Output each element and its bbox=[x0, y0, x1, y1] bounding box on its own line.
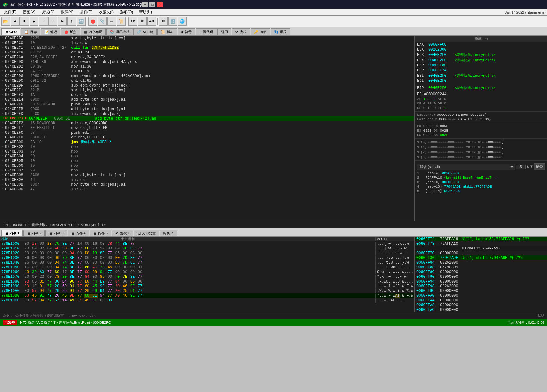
disasm-line[interactable]: • 0040E2DF 2B19 sub ebx,dword ptr ds:[ec… bbox=[0, 83, 414, 88]
disasm-line[interactable]: • 0040E305 90 nop bbox=[0, 159, 414, 163]
disasm-line[interactable]: • 0040E2D4 E4 19 in al,19 bbox=[0, 69, 414, 74]
tb-mem[interactable]: 🖥 bbox=[159, 17, 168, 26]
stack-comment-row[interactable]: 0060FF78 75AFFA10 bbox=[415, 241, 547, 246]
disasm-line-jmp[interactable]: ↓ 0040E300 EB 10 jmp 新年快乐.40E312 bbox=[0, 140, 414, 144]
disasm-line[interactable]: • 0040E2E6 68 553C2400 push 243C55 bbox=[0, 102, 414, 107]
tb-script[interactable]: 📜 bbox=[117, 17, 126, 26]
menu-file[interactable]: 文件(F) bbox=[1, 8, 19, 16]
hex-row[interactable]: 778E1090 901E9177 20699177 60459E77 2046… bbox=[0, 284, 414, 288]
tb-patch[interactable]: ✏️ bbox=[107, 17, 116, 26]
mem-tab-watch[interactable]: 👁 监视 1 bbox=[112, 230, 133, 236]
down-arrow[interactable]: ▼ bbox=[530, 165, 533, 169]
disasm-line[interactable]: • 0040E2F7 BE EB3FFFFF mov esi,FFFF3FEB bbox=[0, 126, 414, 130]
disasm-line[interactable]: • 0040E304 90 nop bbox=[0, 154, 414, 159]
disasm-line[interactable]: • 0040E302 90 nop bbox=[0, 144, 414, 149]
stack-comment-row[interactable]: 0060FFA4 00000000 bbox=[415, 298, 547, 303]
stack-comment-row[interactable]: 0060FF90 00000000 bbox=[415, 274, 547, 279]
menu-plugins[interactable]: 插件(P) bbox=[77, 8, 95, 16]
mem-tab-2[interactable]: 🖥 内存 2 bbox=[23, 230, 45, 236]
menu-trace[interactable]: 跟踪(N) bbox=[58, 8, 76, 16]
tb-font[interactable]: Aa bbox=[147, 17, 156, 26]
hex-row[interactable]: 778E10A0 00579477 20259177 20699177 2025… bbox=[0, 288, 414, 293]
hex-row[interactable]: 778E1020 00000000 08000A00 D8738E77 0600… bbox=[0, 251, 414, 255]
tb-calc[interactable]: 🔢 bbox=[168, 17, 177, 26]
tab-script[interactable]: 📜 脚本 bbox=[157, 28, 177, 35]
maximize-button[interactable]: □ bbox=[149, 2, 155, 7]
mem-tab-5[interactable]: 🖥 内存 5 bbox=[90, 230, 111, 236]
tab-trace[interactable]: 👣 跟踪 bbox=[271, 28, 290, 35]
minimize-button[interactable]: ─ bbox=[142, 2, 148, 7]
tb-ref[interactable]: 📎 bbox=[98, 17, 107, 26]
disasm-line[interactable]: • 0040E2EB 0000 add byte ptr ds:[eax],al bbox=[0, 107, 414, 111]
hex-row[interactable]: 778E10C0 00579477 571441F1 A5FF008D ...w… bbox=[0, 298, 414, 303]
disasm-line[interactable]: • 0040E308 8A06 mov al,byte ptr ds:[esi] bbox=[0, 173, 414, 177]
tb-bp[interactable]: ⬤ bbox=[88, 17, 97, 26]
tb-stepover[interactable]: ↪ bbox=[58, 17, 67, 26]
stack-comment-row[interactable]: 0060FFA8 00000000 bbox=[415, 303, 547, 307]
disasm-line[interactable]: • 0040E2ED FF00 inc dword ptr ds:[eax] bbox=[0, 111, 414, 116]
tab-breakpoints[interactable]: ⬤ 断点 bbox=[61, 28, 80, 35]
disasm-line-call[interactable]: • 0040E2C1 9A EE1DF20A F427 call far 27F… bbox=[0, 45, 414, 50]
tb-back[interactable]: ↩ bbox=[11, 17, 20, 26]
stack-comment-row[interactable]: 0060FF88 0779C8D9 bbox=[415, 265, 547, 270]
tb-open[interactable]: 📂 bbox=[1, 17, 10, 26]
disasm-line[interactable]: • 0040E306 90 nop bbox=[0, 163, 414, 168]
disasm-line[interactable]: • 0040E2D6 3980 273535B9 cmp dword ptr d… bbox=[0, 74, 414, 78]
disasm-line[interactable]: • 0040E303 90 nop bbox=[0, 149, 414, 154]
disasm-line[interactable]: • 0040E2F2 15 D040008D adc eax,8D0040D0 bbox=[0, 121, 414, 126]
disasm-line[interactable]: • 0040E2D0 314F B6 xor dword ptr ds:[edi… bbox=[0, 59, 414, 64]
hex-row[interactable]: 778E1000 001800 287C8E77 14001600 78748E… bbox=[0, 241, 414, 246]
disasm-line[interactable]: • 0040E2C0 40 inc eax bbox=[0, 41, 414, 45]
hex-pane[interactable]: 地址 十六进制 ASCII 778E1000 001800 287C8E77 1… bbox=[0, 237, 415, 312]
mem-tab-1[interactable]: 🖥 内存 1 bbox=[1, 230, 23, 236]
disasm-line-eip[interactable]: EIP ECX EDX E 0040E2EF 0060 BE add byte … bbox=[0, 116, 414, 121]
disasm-line[interactable]: • 0040E2D2 B0 30 mov al,30 bbox=[0, 64, 414, 69]
disasm-line[interactable]: • 0040E2FD 83CD FF or ebp,FFFFFFFF bbox=[0, 135, 414, 140]
hex-row[interactable]: 778E10B0 B0459E77 20469E77 C0CE9477 A046… bbox=[0, 293, 414, 298]
disasm-line[interactable]: • 0040E30B 8807 mov byte ptr ds:[edi],al bbox=[0, 182, 414, 187]
stack-comment-row[interactable]: 0060FFAC 00000000 bbox=[415, 307, 547, 312]
mem-tab-4[interactable]: 🖥 内存 4 bbox=[68, 230, 89, 236]
tb-stop[interactable]: ■ bbox=[20, 17, 29, 26]
hex-row[interactable]: 778E1080 9B06B177 30B49077 E044E977 8400… bbox=[0, 279, 414, 284]
disasm-line[interactable]: • 0040E2CA E28,341D8CF2 or eax,341D8CF2 bbox=[0, 55, 414, 59]
tab-source[interactable]: ⟨⟩ 源代码 bbox=[196, 28, 217, 35]
mem-tab-locals[interactable]: |x| 局部变量 bbox=[134, 230, 159, 236]
mem-tab-3[interactable]: 🖥 内存 3 bbox=[45, 230, 67, 236]
mem-tab-struct[interactable]: 结构体 bbox=[160, 230, 177, 236]
hex-row[interactable]: 778E1060 4339A077 60178E77 90D89477 0000… bbox=[0, 270, 414, 274]
stack-comment-row[interactable]: 0060FF8C 00000000 bbox=[415, 270, 547, 274]
call-num-input[interactable] bbox=[516, 165, 526, 169]
tb-stepout[interactable]: ↑ bbox=[67, 17, 76, 26]
stack-comment-row[interactable]: 0060FF7C 00000000 bbox=[415, 251, 547, 255]
tb-run[interactable]: ▶ bbox=[30, 17, 38, 26]
tb-stepinto[interactable]: ↓ bbox=[48, 17, 57, 26]
tb-web[interactable]: 🌐 bbox=[178, 17, 187, 26]
stack-comment-row[interactable]: 0060FF74 75AFFA29 返回到 kernel32.75AFFA29 … bbox=[415, 237, 547, 241]
stack-comment-row[interactable]: 0060FFA0 00000000 bbox=[415, 293, 547, 298]
hex-row[interactable]: 778E1040 06000800 D4748E77 06000000 E87D… bbox=[0, 260, 414, 265]
tab-log[interactable]: 📋 日志 bbox=[21, 28, 40, 35]
menu-favorites[interactable]: 收藏夹(I) bbox=[96, 8, 116, 16]
cmd-input[interactable] bbox=[15, 314, 535, 318]
disasm-line[interactable]: • 0040E2DC C0F1 62 shl cl,62 bbox=[0, 78, 414, 83]
disasm-line[interactable]: • 0040E2E3 4A dec edx bbox=[0, 92, 414, 97]
tb-pause[interactable]: ⏸ bbox=[39, 17, 48, 26]
disasm-line[interactable]: • 0040E2E4 0000 add byte ptr ds:[eax],al bbox=[0, 97, 414, 102]
close-button[interactable]: ✕ bbox=[157, 2, 163, 7]
tb-restart[interactable]: 🔄 bbox=[77, 17, 86, 26]
hex-row[interactable]: 778E1070 20002200 78808E77 84008600 F07E… bbox=[0, 274, 414, 279]
hex-row[interactable]: 778E1030 06000800 D07D8E77 06000800 E07D… bbox=[0, 255, 414, 260]
tab-symbols[interactable]: ◈ 符号 bbox=[178, 28, 195, 35]
tab-notes[interactable]: 📝 笔记 bbox=[41, 28, 60, 35]
tab-seh[interactable]: 🔗 SEH链 bbox=[133, 28, 157, 35]
hex-row[interactable]: 778E1050 1C001E00 D4748E77 6B4C7345 0000… bbox=[0, 265, 414, 270]
hex-row[interactable]: 778E1010 00000200 FC5D8E77 0E001000 007E… bbox=[0, 246, 414, 251]
tb-hash[interactable]: # bbox=[138, 17, 147, 26]
tab-handles[interactable]: 🔑 句柄 bbox=[251, 28, 270, 35]
stack-comment-row[interactable]: kernel32.75AFFA10 bbox=[415, 246, 547, 251]
disasm-scroll[interactable]: • 0040E2BE 3239 xor bh,byte ptr ds:[ecx]… bbox=[0, 36, 414, 221]
disasm-line[interactable]: • 0040E2FC 57 push edi bbox=[0, 130, 414, 135]
disasm-line[interactable]: • 0040E30A 46 inc esi bbox=[0, 177, 414, 182]
disasm-line[interactable]: • 0040E2BE 3239 xor bh,byte ptr ds:[ecx] bbox=[0, 36, 414, 41]
